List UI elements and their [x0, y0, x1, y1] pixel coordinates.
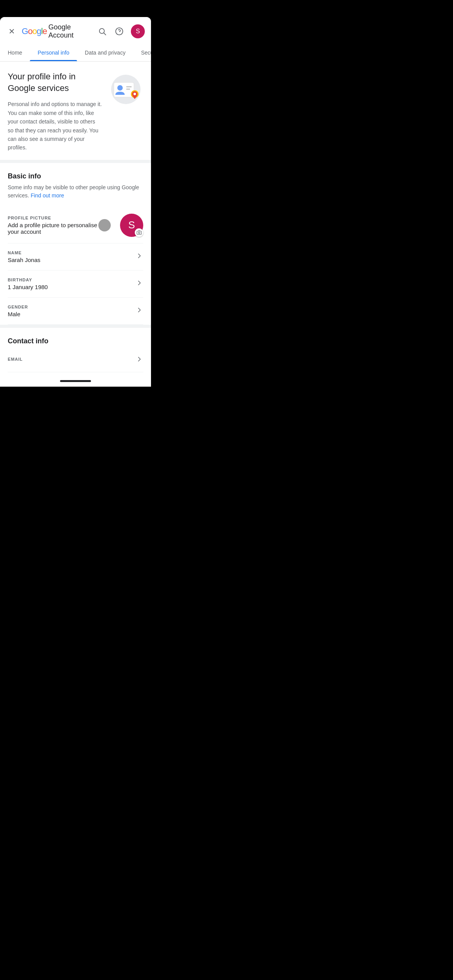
search-icon [98, 27, 106, 36]
camera-icon [137, 230, 142, 235]
tab-home[interactable]: Home [0, 44, 30, 61]
close-icon: ✕ [9, 27, 15, 36]
user-avatar[interactable]: S [131, 24, 145, 38]
gender-row[interactable]: GENDER Male [8, 298, 143, 325]
google-logo: Google Google Account [22, 23, 92, 39]
birthday-info: BIRTHDAY 1 January 1980 [8, 278, 136, 290]
svg-point-10 [134, 93, 136, 95]
gender-info: GENDER Male [8, 305, 136, 317]
svg-rect-7 [126, 86, 132, 87]
email-chevron [136, 355, 143, 365]
gender-chevron [136, 306, 143, 316]
drag-handle-dot [98, 219, 111, 231]
gender-value: Male [8, 311, 136, 317]
svg-point-6 [117, 85, 123, 91]
profile-avatar-letter: S [128, 219, 135, 231]
name-info: NAME Sarah Jonas [8, 250, 136, 263]
name-value: Sarah Jonas [8, 257, 136, 263]
app-container: ✕ Google Google Account [0, 17, 151, 387]
help-button[interactable] [114, 26, 125, 37]
section-divider [0, 160, 151, 163]
gender-label: GENDER [8, 305, 136, 309]
basic-info-title: Basic info [8, 172, 143, 180]
profile-picture-info: PROFILE PICTURE Add a profile picture to… [8, 216, 98, 235]
contact-section-divider [0, 325, 151, 328]
chevron-right-icon [136, 279, 143, 287]
profile-picture-right: S [98, 214, 143, 237]
basic-info-subtitle: Some info may be visible to other people… [8, 183, 143, 200]
svg-rect-8 [126, 89, 130, 90]
birthday-label: BIRTHDAY [8, 278, 136, 282]
account-label: Google Account [48, 23, 92, 39]
home-indicator-bar [60, 380, 91, 382]
basic-info-section: Basic info Some info may be visible to o… [0, 163, 151, 325]
tab-data-privacy[interactable]: Data and privacy [77, 44, 133, 61]
svg-line-1 [104, 33, 106, 35]
profile-picture-label: PROFILE PICTURE [8, 216, 98, 220]
hero-section: Your profile info in Google services Per… [0, 62, 151, 160]
profile-illustration-svg [108, 71, 143, 106]
email-label: EMAIL [8, 357, 136, 362]
tab-bar: Home Personal info Data and privacy Secu… [0, 44, 151, 62]
chevron-right-icon [136, 252, 143, 260]
search-button[interactable] [97, 26, 108, 37]
name-row[interactable]: NAME Sarah Jonas [8, 243, 143, 271]
find-out-more-link[interactable]: Find out more [31, 192, 64, 199]
profile-avatar[interactable]: S [120, 214, 143, 237]
home-indicator [0, 372, 151, 387]
chevron-right-icon [136, 355, 143, 363]
close-button[interactable]: ✕ [6, 26, 17, 37]
hero-description: Personal info and options to manage it. … [8, 100, 102, 152]
contact-info-title: Contact info [8, 337, 143, 345]
email-info: EMAIL [8, 357, 136, 363]
tab-security[interactable]: Security [133, 44, 151, 61]
name-chevron [136, 252, 143, 262]
profile-picture-row[interactable]: PROFILE PICTURE Add a profile picture to… [8, 207, 143, 243]
birthday-chevron [136, 279, 143, 289]
name-label: NAME [8, 250, 136, 255]
chevron-right-icon [136, 306, 143, 314]
hero-illustration [108, 71, 143, 106]
email-row[interactable]: EMAIL [8, 348, 143, 372]
avatar-letter: S [136, 28, 140, 35]
contact-info-section: Contact info EMAIL [0, 328, 151, 372]
header-actions: S [97, 24, 145, 38]
hero-text: Your profile info in Google services Per… [8, 71, 102, 152]
google-wordmark: Google [22, 26, 47, 36]
svg-point-11 [138, 232, 140, 233]
birthday-value: 1 January 1980 [8, 284, 136, 290]
hero-title: Your profile info in Google services [8, 71, 102, 94]
profile-picture-value: Add a profile picture to personalise you… [8, 222, 98, 235]
status-bar [0, 0, 151, 17]
svg-rect-5 [114, 82, 134, 97]
help-icon [115, 27, 124, 36]
tab-personal-info[interactable]: Personal info [30, 44, 77, 61]
header: ✕ Google Google Account [0, 17, 151, 44]
svg-point-0 [100, 29, 105, 34]
camera-badge [135, 228, 143, 237]
birthday-row[interactable]: BIRTHDAY 1 January 1980 [8, 271, 143, 298]
